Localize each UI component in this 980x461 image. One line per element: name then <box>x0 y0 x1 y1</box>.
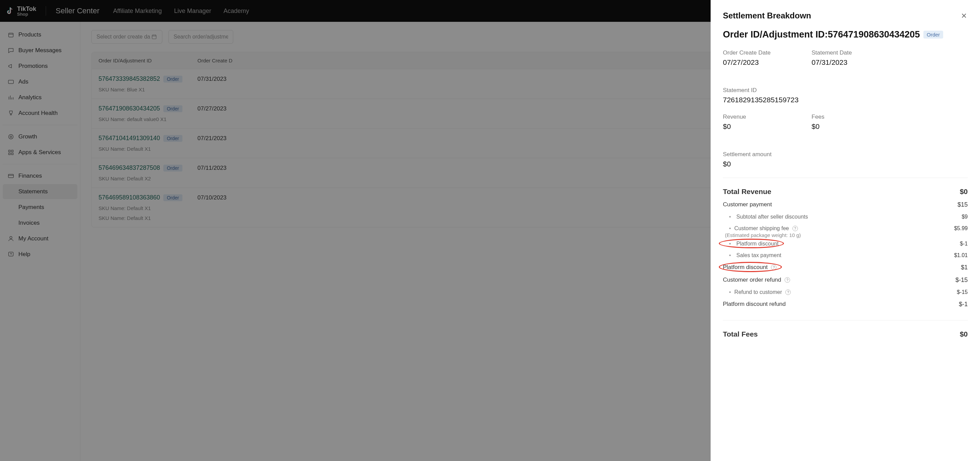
customer-payment-value: $15 <box>958 201 968 208</box>
ship-fee-value: $5.99 <box>954 226 968 232</box>
ship-fee-label: Customer shipping fee? <box>723 226 798 232</box>
refund-to-customer-value: $-15 <box>957 289 968 295</box>
help-icon[interactable]: ? <box>771 265 776 270</box>
settlement-drawer: Settlement Breakdown Order ID/Adjustment… <box>711 0 980 461</box>
help-icon[interactable]: ? <box>784 277 790 283</box>
meta-stmtid-label: Statement ID <box>723 87 799 94</box>
customer-refund-value: $-15 <box>955 277 968 284</box>
meta-create-value: 07/27/2023 <box>723 58 791 67</box>
order-badge: Order <box>923 31 943 38</box>
platform-discount-sub-value: $-1 <box>960 241 968 247</box>
total-revenue-value: $0 <box>960 188 968 196</box>
meta-settle-label: Settlement amount <box>723 151 791 158</box>
meta-settle-value: $0 <box>723 160 791 168</box>
refund-to-customer-label: Refund to customer? <box>723 289 791 295</box>
meta-rev-value: $0 <box>723 122 791 130</box>
sales-tax-label: Sales tax payment <box>723 252 781 259</box>
subtotal-label: Subtotal after seller discounts <box>723 214 808 220</box>
meta-stmtdate-value: 07/31/2023 <box>811 58 880 67</box>
help-icon[interactable]: ? <box>785 289 791 295</box>
drawer-title: Settlement Breakdown <box>723 11 811 21</box>
sales-tax-value: $1.01 <box>954 252 968 259</box>
platform-discount-refund-value: $-1 <box>959 301 968 308</box>
meta-grid-2: Revenue$0 Fees$0 Settlement amount$0 <box>723 114 968 168</box>
customer-refund-label: Customer order refund? <box>723 277 790 283</box>
meta-fees-value: $0 <box>811 122 880 130</box>
meta-stmtdate-label: Statement Date <box>811 49 880 56</box>
platform-discount-sub-label: Platform discount <box>723 241 778 247</box>
platform-discount-label: Platform discount? <box>723 264 776 271</box>
close-icon[interactable] <box>960 12 968 19</box>
customer-payment-label: Customer payment <box>723 201 772 208</box>
help-icon[interactable]: ? <box>792 226 798 231</box>
total-revenue-label: Total Revenue <box>723 188 771 196</box>
total-fees-value: $0 <box>960 330 968 338</box>
platform-discount-refund-label: Platform discount refund <box>723 301 786 308</box>
meta-create-label: Order Create Date <box>723 49 791 56</box>
ship-note: (Estimated package weight: 10 g) <box>723 232 968 238</box>
order-id-heading: Order ID/Adjustment ID:57647190863043420… <box>723 29 920 40</box>
subtotal-value: $9 <box>962 214 968 220</box>
meta-rev-label: Revenue <box>723 114 791 120</box>
meta-stmtid-value: 7261829135285159723 <box>723 96 799 104</box>
meta-fees-label: Fees <box>811 114 880 120</box>
total-fees-label: Total Fees <box>723 330 758 338</box>
platform-discount-value: $1 <box>961 264 968 271</box>
meta-grid: Order Create Date07/27/2023 Statement Da… <box>723 49 968 104</box>
